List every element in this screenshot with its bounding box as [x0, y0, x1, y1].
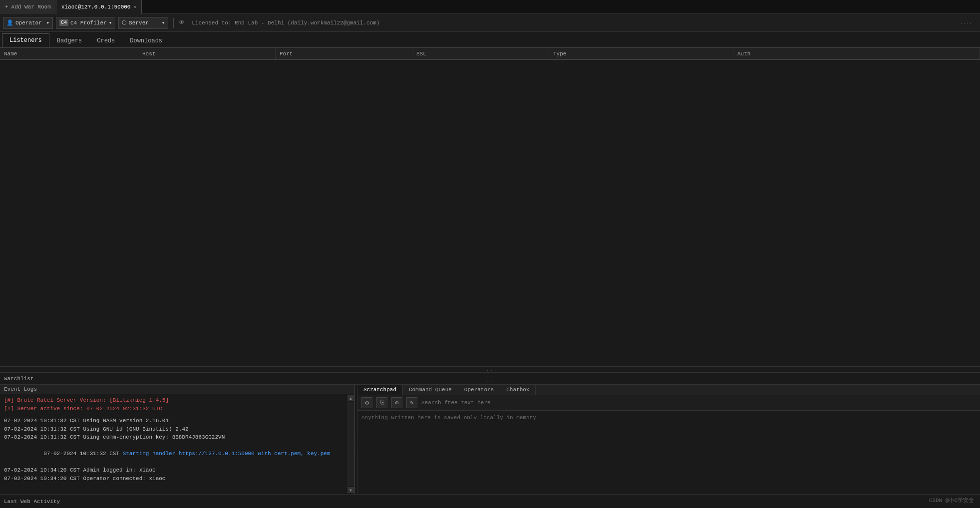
server-dropdown[interactable]: ⬡ Server ▾: [118, 17, 168, 29]
event-logs-panel: Event Logs [#] Brute Ratel Server Versio…: [0, 385, 354, 494]
copy-icon-button[interactable]: ⎘: [376, 397, 387, 408]
col-host: Host: [138, 48, 276, 59]
operator-dropdown[interactable]: 👤 Operator ▾: [3, 17, 53, 29]
last-web-activity: Last Web Activity: [0, 494, 980, 508]
scroll-track[interactable]: [348, 402, 354, 486]
title-bar: + Add War Room xiaoc@127.0.0.1:50000 ✕: [0, 0, 980, 14]
right-panel-toolbar: ⚙ ⎘ ⊕ ✎: [357, 395, 980, 411]
table-header: Name Host Port SSL Type Auth: [0, 48, 980, 60]
eye-icon: 👁: [179, 19, 185, 26]
scrollbar[interactable]: ▲ ▼: [347, 394, 354, 494]
operator-icon: 👤: [6, 19, 13, 26]
log-line-link: 07-02-2024 10:31:32 CST Starting handler…: [4, 442, 343, 467]
tab-chatbox[interactable]: Chatbox: [500, 385, 536, 395]
main-content: Name Host Port SSL Type Auth .... watchl…: [0, 48, 980, 508]
right-panel-tabs: Scratchpad Command Queue Operators Chatb…: [357, 385, 980, 395]
col-auth: Auth: [733, 48, 980, 59]
tab-creds[interactable]: Creds: [89, 33, 122, 47]
search-input[interactable]: [421, 400, 976, 406]
log-line: 07-02-2024 10:31:32 CST Using comm-encry…: [4, 433, 343, 442]
scratchpad-content: Anything written here is saved only loca…: [357, 411, 980, 494]
tab-operators[interactable]: Operators: [458, 385, 500, 395]
log-line: [#] Server active since: 07-02-2024 02:3…: [4, 405, 343, 413]
profiler-dropdown[interactable]: C4 C4 Profiler ▾: [56, 17, 115, 29]
gear-icon-button[interactable]: ⚙: [361, 397, 372, 408]
c4-icon: C4: [59, 19, 68, 26]
divider-top-dots: ....: [483, 367, 498, 372]
right-panel: Scratchpad Command Queue Operators Chatb…: [357, 385, 980, 494]
globe-icon-button[interactable]: ⊕: [391, 397, 402, 408]
scroll-down-button[interactable]: ▼: [348, 487, 354, 493]
tab-badgers[interactable]: Badgers: [49, 33, 89, 47]
tab-listeners[interactable]: Listeners: [2, 33, 49, 47]
col-type: Type: [549, 48, 733, 59]
watermark: CSDN @小C学安全: [929, 497, 974, 504]
chevron-down-icon-profiler: ▾: [109, 19, 112, 26]
col-name: Name: [0, 48, 138, 59]
nav-tabs: Listeners Badgers Creds Downloads: [0, 32, 980, 48]
log-line: 07-02-2024 10:31:32 CST Using NASM versi…: [4, 417, 343, 425]
listeners-table: Name Host Port SSL Type Auth ....: [0, 48, 980, 372]
server-icon: ⬡: [122, 19, 127, 26]
chevron-down-icon-server: ▾: [162, 19, 165, 26]
edit-icon-button[interactable]: ✎: [406, 397, 417, 408]
divider-top[interactable]: ....: [0, 366, 980, 372]
tab-command-queue[interactable]: Command Queue: [403, 385, 458, 395]
bottom-panel: Event Logs [#] Brute Ratel Server Versio…: [0, 384, 980, 494]
log-line: 07-02-2024 10:31:32 CST Using GNU ld (GN…: [4, 425, 343, 434]
toolbar-dots: ....: [960, 20, 977, 25]
tab-add-war-room[interactable]: + Add War Room: [0, 0, 56, 14]
tab-scratchpad[interactable]: Scratchpad: [357, 385, 403, 395]
col-port: Port: [276, 48, 412, 59]
tab-close-icon[interactable]: ✕: [133, 4, 136, 10]
toolbar: 👤 Operator ▾ C4 C4 Profiler ▾ ⬡ Server ▾…: [0, 14, 980, 32]
event-logs-content[interactable]: [#] Brute Ratel Server Version: [Blitzkn…: [0, 394, 347, 494]
tab-downloads[interactable]: Downloads: [122, 33, 170, 47]
col-ssl: SSL: [412, 48, 549, 59]
license-text: Licensed to: Rnd Lab - Delhi (daily.work…: [192, 20, 379, 26]
plus-icon: +: [5, 4, 8, 10]
toolbar-separator: [173, 18, 174, 28]
tab-session[interactable]: xiaoc@127.0.0.1:50000 ✕: [56, 0, 142, 14]
divider-mid-dots: ....: [483, 379, 498, 384]
scroll-up-button[interactable]: ▲: [348, 395, 354, 401]
event-logs-header: Event Logs: [0, 385, 354, 394]
watchlist-bar: watchlist ....: [0, 372, 980, 384]
chevron-down-icon: ▾: [46, 19, 49, 26]
divider-mid[interactable]: ....: [0, 378, 980, 384]
log-line: 07-02-2024 10:34:20 CST Operator connect…: [4, 475, 343, 483]
log-line: 07-02-2024 10:34:20 CST Admin logged in:…: [4, 466, 343, 475]
log-line: [#] Brute Ratel Server Version: [Blitzkn…: [4, 396, 343, 405]
log-link[interactable]: Starting handler https://127.0.0.1:50000…: [123, 451, 330, 457]
